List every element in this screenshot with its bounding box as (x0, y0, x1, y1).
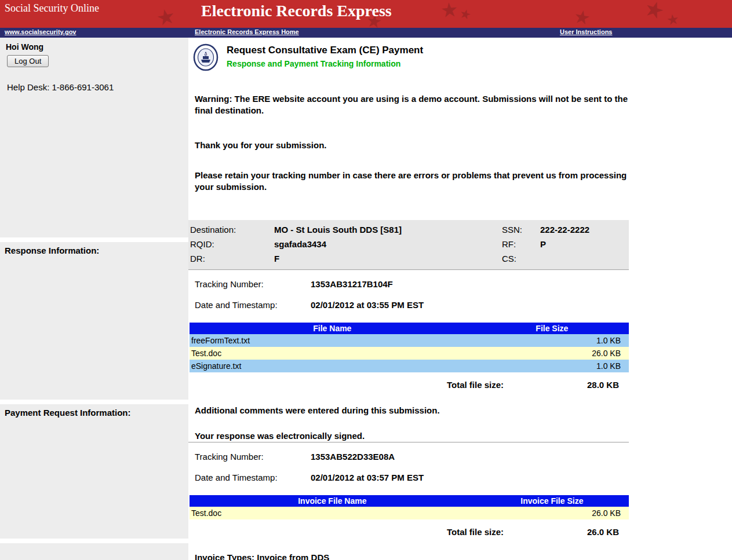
ssn-label: SSN: (502, 224, 540, 236)
section-divider (188, 442, 629, 443)
response-tracking-row: Tracking Number: 1353AB31217B104F (195, 279, 629, 289)
table-header-row: Invoice File Name Invoice File Size (190, 495, 629, 507)
invoice-file-size-header: Invoice File Size (475, 495, 629, 507)
payment-request-information-label: Payment Request Information: (0, 404, 188, 421)
star-icon: ★ (458, 7, 472, 22)
help-desk-phone: Help Desk: 1-866-691-3061 (6, 82, 183, 92)
tracking-number-value: 1353AB522D33E08A (311, 452, 395, 462)
table-row: Test.doc 26.0 KB (190, 347, 629, 360)
invoice-types-text: Invoice Types: Invoice from DDS (195, 552, 628, 560)
demo-warning-text: Warning: The ERE website account you are… (195, 93, 628, 116)
file-size-cell: 26.0 KB (475, 347, 629, 360)
response-comments-note: Additional comments were entered during … (195, 405, 628, 416)
tracking-number-label: Tracking Number: (195, 452, 311, 462)
app-title: Electronic Records Express (201, 2, 392, 20)
sidebar-footer-strip (0, 543, 188, 560)
sidebar-divider (0, 237, 188, 242)
rf-label: RF: (502, 238, 540, 250)
star-icon: ★ (440, 0, 459, 20)
invoice-file-name-header: Invoice File Name (190, 495, 475, 507)
cs-value (540, 252, 629, 265)
total-file-size-value: 26.0 KB (513, 527, 629, 537)
right-whitespace (629, 38, 732, 560)
timestamp-value: 02/01/2012 at 03:55 PM EST (311, 300, 424, 310)
destination-value: MO - St Louis South DDS [S81] (274, 224, 502, 236)
response-timestamp-row: Date and Timestamp: 02/01/2012 at 03:55 … (195, 300, 629, 310)
main-content: USA Request Consultative Exam (CE) Payme… (188, 38, 629, 560)
payment-timestamp-row: Date and Timestamp: 02/01/2012 at 03:57 … (195, 473, 629, 482)
retain-tracking-text: Please retain your tracking number in ca… (195, 170, 628, 193)
file-size-cell: 1.0 KB (475, 334, 629, 347)
total-file-size-value: 28.0 KB (513, 380, 629, 390)
top-banner: ★ ★ ★ ★ ★ ★ ★ Social Security Online Ele… (0, 0, 732, 28)
sidebar-divider (0, 400, 188, 404)
payment-tracking-row: Tracking Number: 1353AB522D33E08A (195, 452, 629, 462)
file-name-cell: Test.doc (190, 507, 475, 519)
tracking-number-label: Tracking Number: (195, 279, 311, 289)
section-divider (188, 269, 629, 270)
table-row: eSignature.txt 1.0 KB (190, 360, 629, 372)
response-total-row: Total file size: 28.0 KB (188, 380, 629, 390)
file-size-cell: 1.0 KB (475, 360, 629, 372)
table-row: freeFormText.txt 1.0 KB (190, 334, 629, 347)
sidebar-payment-section: Payment Request Information: (0, 404, 188, 539)
total-file-size-label: Total file size: (447, 527, 504, 537)
table-header-row: File Name File Size (190, 323, 629, 334)
dr-label: DR: (190, 252, 274, 265)
content-area: Hoi Wong Log Out Help Desk: 1-866-691-30… (0, 38, 732, 560)
sidebar-response-section: Response Information: (0, 242, 188, 400)
file-size-header: File Size (475, 323, 629, 334)
response-file-table: File Name File Size freeFormText.txt 1.0… (190, 323, 629, 372)
rqid-label: RQID: (190, 238, 274, 250)
ssn-value: 222-22-2222 (540, 224, 629, 236)
page-header: USA Request Consultative Exam (CE) Payme… (188, 38, 629, 76)
star-icon: ★ (572, 7, 592, 28)
page-subtitle: Response and Payment Tracking Informatio… (227, 56, 423, 68)
invoice-file-table: Invoice File Name Invoice File Size Test… (190, 495, 629, 519)
ssa-seal-logo: USA (193, 43, 218, 71)
rqid-value: sgafada3434 (274, 238, 502, 250)
site-name: Social Security Online (5, 2, 99, 14)
star-icon: ★ (665, 12, 680, 28)
navbar: www.socialsecurity.gov Electronic Record… (0, 28, 732, 38)
thank-you-text: Thank you for your submission. (195, 140, 628, 151)
nav-link-socialsecurity-gov[interactable]: www.socialsecurity.gov (5, 28, 77, 35)
timestamp-value: 02/01/2012 at 03:57 PM EST (311, 473, 424, 482)
submission-summary-box: Destination: MO - St Louis South DDS [S8… (188, 220, 629, 269)
star-icon: ★ (155, 5, 177, 28)
user-name: Hoi Wong (6, 41, 183, 55)
tracking-number-value: 1353AB31217B104F (311, 279, 393, 289)
payment-total-row: Total file size: 26.0 KB (188, 527, 629, 537)
cs-label: CS: (502, 252, 540, 265)
file-name-cell: freeFormText.txt (190, 334, 475, 347)
response-information-label: Response Information: (0, 242, 188, 259)
file-name-cell: Test.doc (190, 347, 475, 360)
sidebar: Hoi Wong Log Out Help Desk: 1-866-691-30… (0, 38, 188, 560)
destination-label: Destination: (190, 224, 274, 236)
esigned-note: Your response was electronically signed. (195, 430, 628, 442)
sidebar-divider (0, 539, 188, 543)
logout-button[interactable]: Log Out (7, 55, 49, 67)
table-row: Test.doc 26.0 KB (190, 507, 629, 519)
sidebar-user-panel: Hoi Wong Log Out Help Desk: 1-866-691-30… (0, 38, 188, 237)
file-name-cell: eSignature.txt (190, 360, 475, 372)
file-size-cell: 26.0 KB (475, 507, 629, 519)
rf-value: P (540, 238, 629, 250)
star-icon: ★ (642, 0, 667, 23)
svg-text:USA: USA (203, 53, 209, 56)
nav-link-ere-home[interactable]: Electronic Records Express Home (195, 28, 299, 35)
timestamp-label: Date and Timestamp: (195, 300, 311, 310)
page-title: Request Consultative Exam (CE) Payment (227, 43, 423, 56)
total-file-size-label: Total file size: (447, 380, 504, 390)
dr-value: F (274, 252, 502, 265)
nav-link-user-instructions[interactable]: User Instructions (560, 28, 612, 35)
file-name-header: File Name (190, 323, 475, 334)
timestamp-label: Date and Timestamp: (195, 473, 311, 482)
